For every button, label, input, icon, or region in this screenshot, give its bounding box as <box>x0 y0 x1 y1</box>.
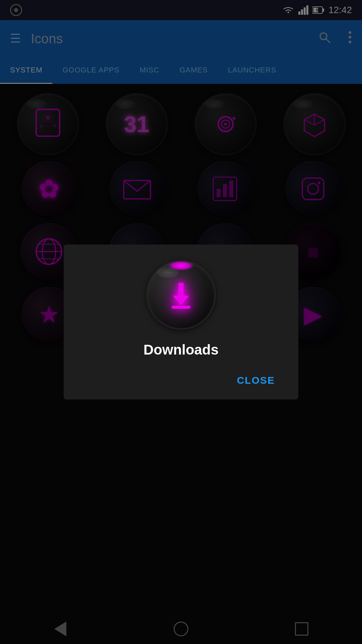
svg-marker-45 <box>173 283 189 305</box>
dialog-overlay: Downloads CLOSE <box>0 0 362 644</box>
dialog-actions: CLOSE <box>80 368 282 389</box>
download-arrow <box>166 280 196 310</box>
dialog-glow <box>168 261 194 271</box>
svg-rect-46 <box>172 306 190 309</box>
dialog-close-button[interactable]: CLOSE <box>230 371 282 389</box>
download-arrow-svg <box>166 280 196 310</box>
dialog-title: Downloads <box>143 342 219 358</box>
dialog-icon <box>147 261 215 328</box>
dialog-box: Downloads CLOSE <box>64 245 298 399</box>
